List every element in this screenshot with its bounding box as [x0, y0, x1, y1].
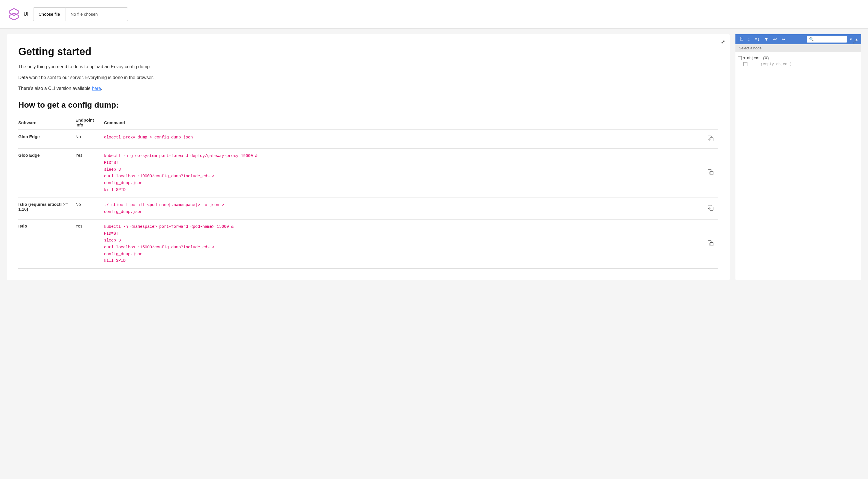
json-toolbar: ⇅ ↕ ≡↓ ▼ ↩ ↪ ▼ ▲: [736, 34, 861, 44]
json-tree-empty-row: (empty object): [738, 61, 859, 67]
toolbar-icon-redo[interactable]: ↪: [780, 36, 786, 42]
json-root-label: object {0}: [747, 56, 769, 60]
toolbar-icon-sort[interactable]: ≡↓: [753, 36, 761, 42]
cell-software-2: Istio (requires istioctl >= 1.10): [18, 198, 75, 219]
toolbar-icon-expand-all[interactable]: ↕: [747, 36, 751, 42]
logo-area: UI: [7, 7, 29, 22]
copy-button-0[interactable]: [706, 134, 715, 144]
cell-command-0: glooctl proxy dump > config_dump.json: [104, 130, 706, 149]
intro-text-2: Data won't be sent to our server. Everyt…: [18, 74, 718, 81]
cell-copy-1: [706, 149, 718, 198]
cell-copy-2: [706, 198, 718, 219]
table-row: Gloo EdgeNoglooctl proxy dump > config_d…: [18, 130, 718, 149]
intro-text-3-prefix: There's also a CLI version available: [18, 86, 92, 91]
cli-link[interactable]: here: [92, 86, 101, 91]
svg-rect-8: [710, 207, 713, 210]
copy-button-3[interactable]: [706, 239, 715, 249]
choose-file-button[interactable]: Choose file: [33, 7, 65, 21]
cell-copy-0: [706, 130, 718, 149]
left-panel: ⤢ Getting started The only thing you nee…: [7, 34, 730, 280]
cell-software-0: Gloo Edge: [18, 130, 75, 149]
cell-command-3: kubectl -n <namespace> port-forward <pod…: [104, 219, 706, 269]
envoy-logo-icon: [7, 7, 21, 22]
toolbar-icon-undo[interactable]: ↩: [772, 36, 778, 42]
cell-command-1: kubectl -n gloo-system port-forward depl…: [104, 149, 706, 198]
code-block-2: ./istioctl pc all <pod-name[.namespace]>…: [104, 202, 703, 215]
svg-rect-6: [710, 172, 713, 175]
cell-software-3: Istio: [18, 219, 75, 269]
toolbar-icon-filter[interactable]: ▼: [763, 36, 770, 42]
cell-endpoint-0: No: [75, 130, 104, 149]
config-table: Software Endpoint info Command Gloo Edge…: [18, 115, 718, 269]
copy-button-2[interactable]: [706, 204, 715, 214]
header: UI Choose file No file chosen: [0, 0, 868, 29]
cell-copy-3: [706, 219, 718, 269]
json-root-arrow[interactable]: ▼: [743, 57, 745, 60]
main-container: ⤢ Getting started The only thing you nee…: [0, 29, 868, 286]
code-block-0: glooctl proxy dump > config_dump.json: [104, 134, 703, 141]
toolbar-icon-collapse-all[interactable]: ⇅: [738, 36, 744, 42]
col-header-command: Command: [104, 115, 706, 130]
json-empty-label: (empty object): [749, 62, 792, 66]
intro-text-3: There's also a CLI version available her…: [18, 85, 718, 92]
expand-right-icon[interactable]: ⤢: [852, 39, 857, 45]
cell-endpoint-3: Yes: [75, 219, 104, 269]
expand-left-icon[interactable]: ⤢: [721, 39, 725, 45]
page-title: Getting started: [18, 46, 718, 58]
intro-text-3-suffix: .: [101, 86, 102, 91]
json-empty-checkbox[interactable]: [743, 62, 747, 66]
how-to-title: How to get a config dump:: [18, 101, 718, 110]
logo-text: UI: [24, 11, 29, 17]
copy-button-1[interactable]: [706, 168, 715, 178]
svg-rect-4: [710, 138, 713, 141]
json-select-node-label: Select a node...: [736, 44, 861, 52]
cell-endpoint-1: Yes: [75, 149, 104, 198]
cell-command-2: ./istioctl pc all <pod-name[.namespace]>…: [104, 198, 706, 219]
code-block-1: kubectl -n gloo-system port-forward depl…: [104, 153, 703, 194]
col-header-copy: [706, 115, 718, 130]
json-search-input[interactable]: [807, 36, 847, 42]
file-input-wrapper[interactable]: Choose file No file chosen: [33, 7, 128, 21]
json-tree-root-row: ▼ object {0}: [738, 55, 859, 61]
json-tree: ▼ object {0} (empty object): [736, 52, 861, 70]
col-header-software: Software: [18, 115, 75, 130]
right-panel: ⤢ ⇅ ↕ ≡↓ ▼ ↩ ↪ ▼ ▲ Select a node... ▼ ob…: [736, 34, 861, 280]
intro-text-1: The only thing you need to do is to uplo…: [18, 63, 718, 70]
json-root-checkbox[interactable]: [738, 56, 742, 60]
svg-rect-10: [710, 242, 713, 246]
code-block-3: kubectl -n <namespace> port-forward <pod…: [104, 224, 703, 264]
table-row: IstioYeskubectl -n <namespace> port-forw…: [18, 219, 718, 269]
no-file-label: No file chosen: [65, 7, 128, 21]
cell-software-1: Gloo Edge: [18, 149, 75, 198]
table-row: Istio (requires istioctl >= 1.10)No./ist…: [18, 198, 718, 219]
cell-endpoint-2: No: [75, 198, 104, 219]
col-header-endpoint: Endpoint info: [75, 115, 104, 130]
table-header-row: Software Endpoint info Command: [18, 115, 718, 130]
table-row: Gloo EdgeYeskubectl -n gloo-system port-…: [18, 149, 718, 198]
